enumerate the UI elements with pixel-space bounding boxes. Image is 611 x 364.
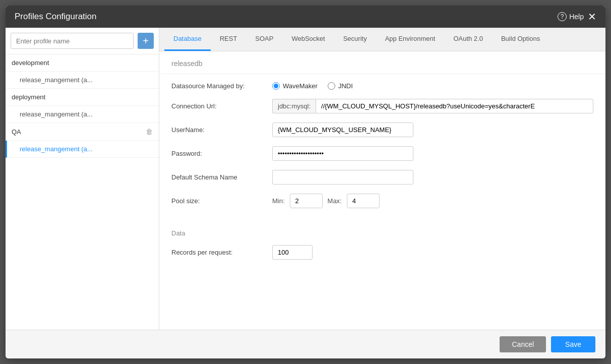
- tab-app-environment[interactable]: App Environment: [376, 28, 445, 51]
- records-input[interactable]: [272, 245, 313, 260]
- connection-url-label: Connection Url:: [171, 102, 272, 110]
- cancel-button[interactable]: Cancel: [500, 336, 546, 352]
- qa-label: QA: [12, 128, 21, 136]
- wavemaker-radio[interactable]: [272, 82, 280, 90]
- records-field: [272, 245, 593, 260]
- pool-group: Min: Max:: [272, 194, 380, 208]
- dialog-body: + development release_mangement (a... de…: [6, 28, 605, 330]
- username-label: UserName:: [171, 126, 272, 134]
- data-section-title: Data: [159, 225, 605, 245]
- tab-build-options[interactable]: Build Options: [492, 28, 549, 51]
- connection-url-field: jdbc:mysql:: [272, 99, 593, 113]
- tab-database[interactable]: Database: [164, 28, 211, 51]
- schema-row: Default Schema Name: [171, 170, 593, 185]
- wavemaker-radio-option[interactable]: WaveMaker: [272, 82, 318, 90]
- username-row: UserName:: [171, 123, 593, 137]
- save-button[interactable]: Save: [551, 336, 595, 352]
- tabs-bar: Database REST SOAP WebSocket Security Ap…: [159, 28, 605, 51]
- data-form-section: Records per request:: [159, 245, 605, 277]
- connection-url-row: Connection Url: jdbc:mysql:: [171, 99, 593, 113]
- dialog-header: Profiles Configuration ? Help ✕: [6, 6, 605, 28]
- pool-size-row: Pool size: Min: Max:: [171, 194, 593, 208]
- help-label: Help: [569, 13, 584, 21]
- tab-rest[interactable]: REST: [211, 28, 247, 51]
- pool-min-input[interactable]: [290, 194, 323, 208]
- main-content: Database REST SOAP WebSocket Security Ap…: [159, 28, 605, 330]
- close-button[interactable]: ✕: [588, 12, 596, 22]
- sidebar-item-qa[interactable]: QA 🗑: [6, 123, 159, 141]
- sidebar-list: development release_mangement (a... depl…: [6, 54, 159, 330]
- url-prefix: jdbc:mysql:: [272, 99, 316, 113]
- tab-oauth[interactable]: OAuth 2.0: [444, 28, 492, 51]
- datasource-field: WaveMaker JNDI: [272, 82, 593, 90]
- wavemaker-label: WaveMaker: [283, 82, 318, 90]
- tab-websocket[interactable]: WebSocket: [282, 28, 334, 51]
- add-profile-button[interactable]: +: [138, 33, 154, 49]
- pool-size-label: Pool size:: [171, 197, 272, 205]
- sidebar-item-deployment[interactable]: deployment: [6, 89, 159, 106]
- dialog-footer: Cancel Save: [6, 330, 605, 358]
- sidebar-search-area: +: [6, 28, 159, 54]
- username-input[interactable]: [272, 123, 413, 137]
- jndi-radio-option[interactable]: JNDI: [328, 82, 353, 90]
- schema-input[interactable]: [272, 170, 413, 185]
- delete-icon[interactable]: 🗑: [146, 128, 153, 136]
- sidebar: + development release_mangement (a... de…: [6, 28, 159, 330]
- tab-soap[interactable]: SOAP: [246, 28, 282, 51]
- jndi-label: JNDI: [338, 82, 353, 90]
- schema-field: [272, 170, 593, 185]
- pool-max-label: Max:: [328, 197, 342, 205]
- content-area: releasedb Datasource Managed by: WaveMak…: [159, 51, 605, 330]
- search-input[interactable]: [11, 33, 134, 49]
- header-right: ? Help ✕: [558, 12, 596, 22]
- dialog-title: Profiles Configuration: [15, 12, 97, 22]
- tab-security[interactable]: Security: [334, 28, 376, 51]
- form-section: Datasource Managed by: WaveMaker JNDI: [159, 74, 605, 225]
- jndi-radio[interactable]: [328, 82, 335, 90]
- sidebar-child-dev-release[interactable]: release_mangement (a...: [6, 72, 159, 89]
- help-icon: ?: [558, 12, 567, 21]
- password-field: [272, 146, 593, 161]
- pool-max-input[interactable]: [347, 194, 380, 208]
- datasource-row: Datasource Managed by: WaveMaker JNDI: [171, 82, 593, 90]
- password-input[interactable]: [272, 146, 413, 161]
- username-field: [272, 123, 593, 137]
- password-row: Password:: [171, 146, 593, 161]
- sidebar-item-development[interactable]: development: [6, 54, 159, 72]
- help-button[interactable]: ? Help: [558, 12, 584, 21]
- records-label: Records per request:: [171, 249, 272, 256]
- datasource-label: Datasource Managed by:: [171, 82, 272, 90]
- pool-min-label: Min:: [272, 197, 285, 205]
- records-row: Records per request:: [171, 245, 593, 260]
- qa-group-row: QA 🗑: [12, 128, 153, 136]
- schema-label: Default Schema Name: [171, 173, 272, 181]
- db-section-title: releasedb: [159, 51, 605, 74]
- profiles-configuration-dialog: Profiles Configuration ? Help ✕ + develo…: [6, 6, 605, 358]
- password-label: Password:: [171, 150, 272, 157]
- sidebar-child-qa-release[interactable]: release_mangement (a...: [6, 141, 159, 158]
- connection-url-input[interactable]: [316, 99, 593, 113]
- sidebar-child-deploy-release[interactable]: release_mangement (a...: [6, 106, 159, 123]
